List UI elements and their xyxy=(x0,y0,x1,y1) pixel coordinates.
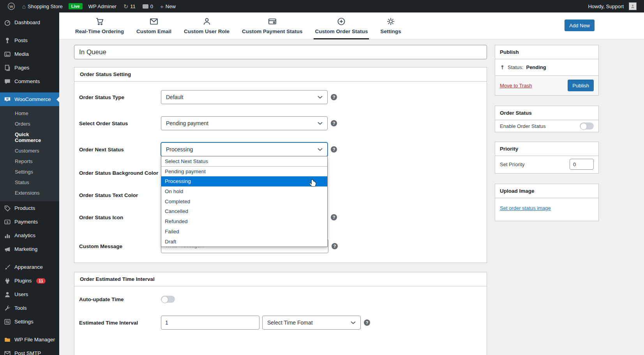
gear-icon xyxy=(386,17,395,26)
sidebar-item-woocommerce[interactable]: W WooCommerce xyxy=(0,92,59,106)
tab-label: Custom User Role xyxy=(184,28,229,34)
sidebar-item-media[interactable]: Media xyxy=(0,47,59,61)
auto-update-toggle[interactable] xyxy=(161,296,175,303)
posts-icon xyxy=(4,37,11,44)
sidebar-item-wp-file-manager[interactable]: WP File Manager xyxy=(0,333,59,346)
tab-custom-order-status[interactable]: Custom Order Status xyxy=(314,12,369,39)
site-name-menu[interactable]: ⌂ Shopping Store xyxy=(19,0,66,12)
help-icon[interactable]: ? xyxy=(364,320,370,326)
next-status-dropdown: Select Next Status Pending payment Proce… xyxy=(161,156,328,247)
panel-body: Order Status Type Default ? Select Order… xyxy=(74,90,487,263)
enable-order-status-toggle[interactable] xyxy=(580,122,594,130)
time-format-select[interactable]: Select Time Fomat xyxy=(262,316,361,330)
title-input[interactable] xyxy=(74,45,487,59)
dropdown-option-on-hold[interactable]: On hold xyxy=(161,186,327,197)
sidebar-item-products[interactable]: Products xyxy=(0,201,59,215)
sidebar-item-label: WooCommerce xyxy=(14,96,51,102)
dropdown-option-select-next-status[interactable]: Select Next Status xyxy=(161,156,327,167)
sidebar-item-woo-home[interactable]: Home xyxy=(0,108,59,119)
dropdown-option-completed[interactable]: Completed xyxy=(161,197,327,207)
sidebar-item-posts[interactable]: Posts xyxy=(0,34,59,47)
plus-circle-icon xyxy=(337,17,346,26)
tab-label: Custom Order Status xyxy=(315,28,368,34)
help-icon[interactable]: ? xyxy=(331,120,337,126)
panel-title: Order Status Setting xyxy=(74,67,487,82)
status-label: Status: xyxy=(508,64,523,70)
sidebar-item-settings[interactable]: Settings xyxy=(0,315,59,328)
sidebar-item-plugins[interactable]: Plugins 11 xyxy=(0,274,59,288)
envelope-icon xyxy=(4,350,11,355)
sidebar-item-woo-orders[interactable]: Orders xyxy=(0,119,59,129)
tab-settings[interactable]: Settings xyxy=(379,12,402,39)
sidebar-item-woo-quick-commerce[interactable]: Quick Commerce xyxy=(0,129,59,146)
sidebar-item-woo-status[interactable]: Status xyxy=(0,177,59,188)
dropdown-option-pending-payment[interactable]: Pending payment xyxy=(161,167,327,177)
sidebar-item-woo-extensions[interactable]: Extensions xyxy=(0,188,59,198)
priority-input[interactable] xyxy=(570,159,594,170)
comments-count: 0 xyxy=(150,4,153,9)
add-new-button[interactable]: Add New xyxy=(565,20,595,31)
wp-logo[interactable]: W xyxy=(4,0,19,12)
sidebar-item-label: Users xyxy=(14,291,28,297)
tab-custom-email[interactable]: Custom Email xyxy=(135,12,173,39)
select-order-status-select[interactable]: Pending payment xyxy=(161,116,328,130)
woocommerce-submenu: Home Orders Quick Commerce Customers Rep… xyxy=(0,106,59,201)
sidebar-item-dashboard[interactable]: Dashboard xyxy=(0,16,59,29)
plus-icon: + xyxy=(160,4,164,9)
field-label: Order Status Text Color xyxy=(79,192,161,198)
order-next-status-select[interactable]: Processing xyxy=(161,142,328,156)
move-to-trash-link[interactable]: Move to Trash xyxy=(500,83,532,89)
sidebar-item-tools[interactable]: Tools xyxy=(0,301,59,315)
dropdown-option-failed[interactable]: Failed xyxy=(161,227,327,237)
comments-menu[interactable]: 0 xyxy=(139,0,157,12)
marketing-icon xyxy=(4,245,11,253)
sidebar-item-woo-settings[interactable]: Settings xyxy=(0,167,59,177)
sidebar-item-label: Comments xyxy=(14,78,40,84)
media-icon xyxy=(4,50,11,58)
select-value: Processing xyxy=(166,146,193,153)
chevron-down-icon xyxy=(351,321,356,324)
sidebar-separator xyxy=(0,88,59,92)
publish-button[interactable]: Publish xyxy=(568,80,594,91)
tab-custom-user-role[interactable]: Custom User Role xyxy=(183,12,231,39)
order-status-type-select[interactable]: Default xyxy=(161,90,328,104)
help-icon[interactable]: ? xyxy=(331,214,337,220)
sidebar-item-appearance[interactable]: Appearance xyxy=(0,260,59,274)
sidebar-item-payments[interactable]: $ Payments xyxy=(0,215,59,229)
dropdown-option-cancelled[interactable]: Cancelled xyxy=(161,206,327,217)
tab-real-time-ordering[interactable]: Real-Time Ordering xyxy=(74,12,125,39)
tab-custom-payment-status[interactable]: Custom Payment Status xyxy=(241,12,303,39)
sidebar-item-comments[interactable]: Comments xyxy=(0,75,59,88)
live-badge: Live xyxy=(69,3,83,9)
dropdown-option-draft[interactable]: Draft xyxy=(161,237,327,247)
sidebar-item-post-smtp[interactable]: Post SMTP xyxy=(0,346,59,355)
admin-bar: W ⌂ Shopping Store Live WP Adminer ↻ 11 … xyxy=(0,0,644,12)
sidebar-item-woo-customers[interactable]: Customers xyxy=(0,146,59,156)
products-icon xyxy=(4,204,11,212)
dropdown-option-processing[interactable]: Processing xyxy=(161,176,327,186)
help-icon[interactable]: ? xyxy=(331,146,337,153)
sidebar-item-marketing[interactable]: Marketing xyxy=(0,242,59,256)
sidebar-separator xyxy=(0,256,59,260)
new-content-menu[interactable]: + New xyxy=(157,0,179,12)
order-status-setting-panel: Order Status Setting Order Status Type D… xyxy=(74,67,487,263)
updates-menu[interactable]: ↻ 11 xyxy=(120,0,139,12)
set-order-status-image-link[interactable]: Set order status image xyxy=(500,205,551,211)
my-account-menu[interactable]: Howdy, Support xyxy=(584,0,640,12)
interval-value-input[interactable] xyxy=(161,316,259,330)
help-icon[interactable]: ? xyxy=(331,94,337,100)
sidebar-item-analytics[interactable]: Analytics xyxy=(0,229,59,242)
payments-icon: $ xyxy=(4,218,11,225)
users-icon xyxy=(4,291,11,298)
sidebar-separator xyxy=(0,328,59,333)
dropdown-option-refunded[interactable]: Refunded xyxy=(161,217,327,227)
folder-icon xyxy=(4,336,11,343)
priority-box: Priority Set Priority xyxy=(495,142,599,174)
wp-adminer-menu[interactable]: WP Adminer xyxy=(85,0,120,12)
sidebar-item-users[interactable]: Users xyxy=(0,288,59,301)
enable-order-status-label: Enable Order Status xyxy=(500,123,546,129)
sidebar-item-pages[interactable]: Pages xyxy=(0,61,59,75)
help-icon[interactable]: ? xyxy=(332,243,338,249)
chevron-down-icon xyxy=(318,122,323,125)
sidebar-item-woo-reports[interactable]: Reports xyxy=(0,156,59,167)
